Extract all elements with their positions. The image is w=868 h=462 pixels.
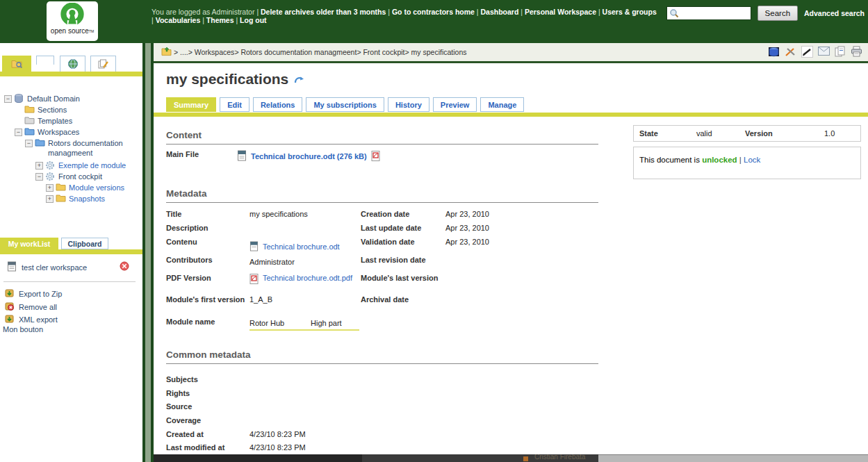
sidebar-accent-bar xyxy=(0,72,142,76)
folder-up-icon[interactable] xyxy=(161,47,172,58)
export-document-icon[interactable] xyxy=(835,46,846,60)
gear-icon xyxy=(45,160,56,170)
nav-dashboard[interactable]: Dashboard xyxy=(475,8,518,16)
common-metadata-row: Created at 4/23/10 8:23 PM xyxy=(166,430,598,444)
collapse-icon[interactable] xyxy=(15,129,22,136)
tab-history[interactable]: History xyxy=(388,97,429,112)
search-button[interactable]: Search xyxy=(758,6,798,21)
worklist-item[interactable]: test cler workspace xyxy=(7,261,87,273)
panel-splitter[interactable] xyxy=(145,43,151,462)
contenu-file-link[interactable]: Technical brochure.odt xyxy=(263,242,340,251)
tab-web[interactable] xyxy=(60,56,85,72)
breadcrumb-front-cockpit[interactable]: Front cockpit xyxy=(357,48,404,56)
breadcrumb-rotors[interactable]: Rotors documentation managmeent xyxy=(234,48,357,56)
nav-log-out[interactable]: Log out xyxy=(234,16,267,24)
expand-icon[interactable] xyxy=(46,195,54,203)
worklist-item-label: test cler workspace xyxy=(22,263,87,272)
odt-file-icon xyxy=(237,150,247,163)
common-metadata-row: Coverage xyxy=(166,416,598,430)
tree-item-default-domain[interactable]: Default Domain xyxy=(0,94,139,104)
gear-icon xyxy=(45,172,56,181)
expand-icon[interactable] xyxy=(46,184,54,192)
nav-themes[interactable]: Themes xyxy=(200,16,234,24)
drum-icon[interactable] xyxy=(768,46,780,60)
tree-item-exemple-de-module[interactable]: Exemple de module xyxy=(0,160,139,170)
worklist-accent-bar xyxy=(0,249,142,254)
export-to-zip-link[interactable]: Export to Zip xyxy=(4,288,62,299)
tree-item-snapshots[interactable]: Snapshots xyxy=(0,194,139,204)
tab-edit[interactable]: Edit xyxy=(220,97,249,112)
tab-relations[interactable]: Relations xyxy=(253,97,303,112)
tab-summary[interactable]: Summary xyxy=(166,97,216,112)
remove-item-icon[interactable] xyxy=(120,261,129,274)
tree-item-sections[interactable]: Sections xyxy=(0,105,139,115)
common-metadata-row: Subjects xyxy=(166,375,598,389)
xml-export-link[interactable]: XML export xyxy=(4,313,58,325)
nav-contractors-home[interactable]: Go to contractors home xyxy=(386,8,475,16)
state-label: State xyxy=(639,129,696,138)
tab-my-subscriptions[interactable]: My subscriptions xyxy=(306,97,384,112)
common-metadata-row: Source xyxy=(166,402,598,416)
expand-icon[interactable] xyxy=(35,162,43,170)
breadcrumb-workspaces[interactable]: Workspaces xyxy=(188,48,235,56)
remove-all-link[interactable]: Remove all xyxy=(4,301,57,313)
lock-status-text: This document is xyxy=(639,156,702,164)
metadata-row: Contenu Technical brochure.odt Validatio… xyxy=(166,238,598,256)
header-nav: You are logged as AdministratorDelete ar… xyxy=(152,8,659,24)
tree-item-templates[interactable]: Templates xyxy=(0,116,139,126)
version-value: 1.0 xyxy=(824,129,835,138)
mon-bouton-link[interactable]: Mon bouton xyxy=(3,325,43,333)
nav-delete-archives[interactable]: Delete archives older than 3 months xyxy=(254,8,386,16)
breadcrumb-ellipsis[interactable]: .... xyxy=(174,48,188,56)
pen-icon[interactable] xyxy=(801,46,813,60)
metadata-row: Contributors Administrator Last revision… xyxy=(166,256,598,274)
tabs-accent-bar xyxy=(154,113,868,117)
mail-icon[interactable] xyxy=(818,46,830,60)
search-icon xyxy=(669,8,679,21)
metadata-grid: Title my specifications Creation date Ap… xyxy=(166,210,598,341)
permalink-icon[interactable] xyxy=(294,71,304,88)
logo-text: open sourceTM xyxy=(51,28,94,35)
tab-editing[interactable] xyxy=(90,56,116,72)
collapse-icon[interactable] xyxy=(35,173,43,181)
tree-item-module-versions[interactable]: Module versions xyxy=(0,183,139,192)
print-icon[interactable] xyxy=(851,46,862,60)
metadata-section-heading: Metadata xyxy=(166,188,598,203)
advanced-search-link[interactable]: Advanced search xyxy=(804,9,865,17)
tree-item-front-cockpit[interactable]: Front cockpit xyxy=(0,172,139,181)
state-version-box: State valid Version 1.0 xyxy=(633,125,861,142)
document-icon xyxy=(7,261,17,273)
tab-preview[interactable]: Preview xyxy=(433,97,477,112)
window-strip-text: Cristian Firebata xyxy=(534,454,585,461)
main-content: .... Workspaces Rotors documentation man… xyxy=(154,43,868,462)
tab-my-worklist[interactable]: My workList xyxy=(0,238,58,249)
lock-action-link[interactable]: Lock xyxy=(737,156,761,164)
tab-manage[interactable]: Manage xyxy=(480,97,524,112)
breadcrumb-current[interactable]: my specifications xyxy=(405,48,467,56)
tab-blank[interactable] xyxy=(36,56,54,65)
window-strip-icon xyxy=(523,456,528,461)
tree-item-workspaces[interactable]: Workspaces xyxy=(0,127,139,137)
folder-icon xyxy=(56,194,67,204)
collapse-icon[interactable] xyxy=(4,95,12,103)
pdf-icon xyxy=(249,274,259,286)
tree-item-rotors-documentation[interactable]: Rotors documentation managmeent xyxy=(0,138,139,158)
tools-icon[interactable] xyxy=(785,46,796,60)
nav-vocabularies[interactable]: Vocabularies xyxy=(152,16,200,24)
tab-clipboard[interactable]: Clipboard xyxy=(61,238,108,249)
folder-icon xyxy=(24,127,35,137)
folder-icon xyxy=(24,116,35,126)
collapse-icon[interactable] xyxy=(25,140,33,147)
globe-icon xyxy=(67,58,79,69)
pdf-version-link[interactable]: Technical brochure.odt.pdf xyxy=(263,274,352,282)
opensource-logo: open sourceTM xyxy=(47,1,98,41)
search-input[interactable] xyxy=(680,8,749,19)
nav-personal-workspace[interactable]: Personal Workspace xyxy=(518,8,596,16)
pdf-icon[interactable] xyxy=(371,151,380,163)
keyhole-logo-icon xyxy=(58,3,87,28)
common-metadata-row: Rights xyxy=(166,389,598,403)
nav-users-groups[interactable]: Users & groups xyxy=(596,8,657,16)
tab-navigation-tree[interactable] xyxy=(2,56,31,72)
main-file-link[interactable]: Technical brochure.odt (276 kB) xyxy=(251,152,367,160)
remove-all-icon xyxy=(4,301,15,313)
